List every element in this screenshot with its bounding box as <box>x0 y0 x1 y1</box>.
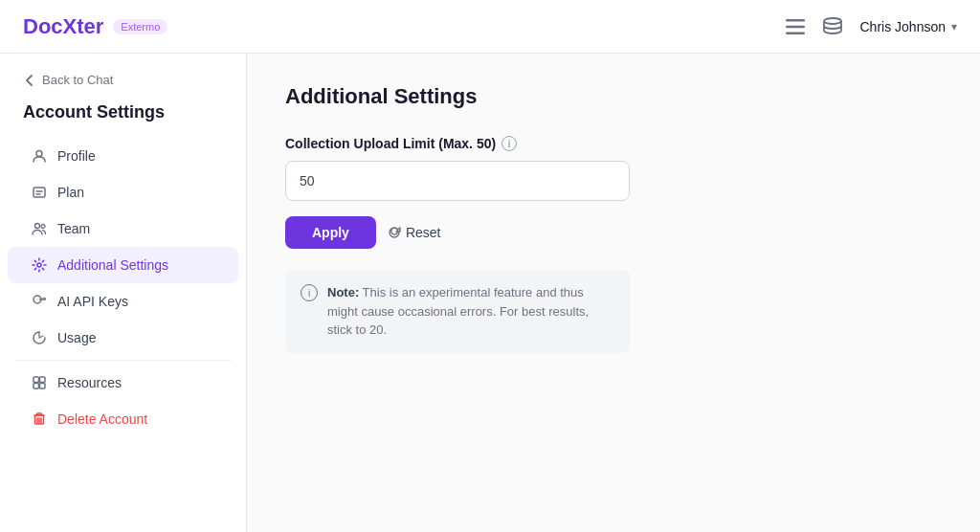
stack-icon[interactable] <box>822 17 843 36</box>
svg-point-7 <box>35 224 40 229</box>
sidebar-item-delete-account[interactable]: Delete Account <box>8 401 238 437</box>
svg-rect-6 <box>33 188 45 197</box>
api-icon <box>31 293 48 310</box>
upload-limit-input[interactable] <box>285 161 630 201</box>
user-name: Chris Johnson <box>860 19 947 34</box>
sidebar: Back to Chat Account Settings Profile Pl… <box>0 54 247 532</box>
sidebar-title: Account Settings <box>0 102 246 138</box>
plan-icon <box>31 184 48 201</box>
note-box: i Note: This is an experimental feature … <box>285 270 630 353</box>
svg-point-4 <box>824 18 841 24</box>
chevron-down-icon: ▾ <box>951 20 957 33</box>
sidebar-item-profile[interactable]: Profile <box>8 138 238 174</box>
header-right: Chris Johnson ▾ <box>786 17 958 36</box>
sidebar-item-team[interactable]: Team <box>8 211 238 247</box>
main-content: Additional Settings Collection Upload Li… <box>247 54 980 532</box>
page-title: Additional Settings <box>285 84 942 109</box>
sidebar-item-label: Delete Account <box>57 411 147 427</box>
sidebar-item-plan[interactable]: Plan <box>8 174 238 211</box>
svg-rect-10 <box>33 377 39 383</box>
sidebar-item-label: Profile <box>57 148 96 164</box>
svg-rect-11 <box>40 377 46 383</box>
sidebar-item-label: Plan <box>57 185 84 200</box>
reset-button[interactable]: Reset <box>388 225 441 240</box>
header-left: DocXter Extermo <box>23 14 167 39</box>
svg-point-9 <box>37 263 41 267</box>
field-label: Collection Upload Limit (Max. 50) i <box>285 136 942 151</box>
sidebar-item-usage[interactable]: Usage <box>8 320 238 356</box>
reset-icon <box>388 226 401 239</box>
apply-button[interactable]: Apply <box>285 216 376 249</box>
sidebar-item-label: Team <box>57 221 90 236</box>
sidebar-item-ai-api-keys[interactable]: AI API Keys <box>8 283 238 320</box>
trash-icon <box>31 410 48 428</box>
svg-rect-12 <box>33 384 39 389</box>
sidebar-item-additional-settings[interactable]: Additional Settings <box>8 247 238 283</box>
note-text: Note: This is an experimental feature an… <box>327 283 614 340</box>
svg-rect-2 <box>786 32 805 34</box>
note-icon: i <box>301 284 318 301</box>
team-icon <box>31 220 48 237</box>
user-menu[interactable]: Chris Johnson ▾ <box>860 19 958 34</box>
info-icon[interactable]: i <box>501 136 517 151</box>
list-icon[interactable] <box>786 19 805 34</box>
app-badge: Extermo <box>113 19 167 34</box>
svg-rect-13 <box>40 384 46 389</box>
app-logo: DocXter <box>23 14 103 39</box>
sidebar-item-label: Usage <box>57 330 96 345</box>
svg-point-5 <box>36 151 42 157</box>
back-arrow-icon <box>23 74 36 87</box>
action-buttons: Apply Reset <box>285 216 942 249</box>
sidebar-item-resources[interactable]: Resources <box>8 365 238 401</box>
sidebar-item-label: Resources <box>57 375 122 390</box>
svg-rect-1 <box>786 25 805 28</box>
usage-icon <box>31 329 48 346</box>
app-header: DocXter Extermo Chris Johnson ▾ <box>0 0 980 54</box>
sidebar-item-label: Additional Settings <box>57 257 168 273</box>
back-to-chat-link[interactable]: Back to Chat <box>0 73 246 102</box>
sidebar-divider <box>15 360 231 361</box>
resources-icon <box>31 374 48 391</box>
main-layout: Back to Chat Account Settings Profile Pl… <box>0 54 980 532</box>
user-icon <box>31 147 48 165</box>
sidebar-item-label: AI API Keys <box>57 294 128 309</box>
svg-point-8 <box>41 225 45 229</box>
additional-settings-icon <box>31 256 48 274</box>
